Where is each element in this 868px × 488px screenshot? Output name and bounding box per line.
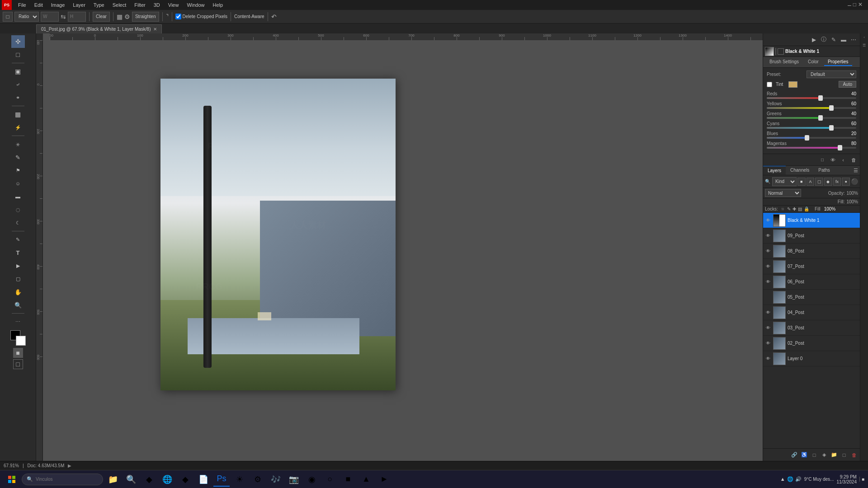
layer-item[interactable]: 👁 02_Post	[763, 336, 860, 351]
menu-3d[interactable]: 3D	[150, 1, 164, 9]
eyedropper-tool[interactable]: ⚡	[11, 121, 25, 134]
menu-view[interactable]: View	[165, 1, 183, 9]
taskbar-app5[interactable]: ☀	[231, 472, 248, 487]
layers-menu-btn[interactable]: ☰	[854, 168, 858, 174]
properties-tab[interactable]: Properties	[824, 58, 852, 66]
layer-item[interactable]: 👁 04_Post	[763, 305, 860, 320]
settings-icon[interactable]: ⚙	[124, 13, 130, 20]
show-desktop-btn[interactable]: ■	[859, 477, 864, 482]
right-mini-icon-2[interactable]: ☰	[861, 43, 868, 50]
document-close-btn[interactable]: ✕	[153, 27, 157, 32]
taskbar-app8[interactable]: 📷	[286, 472, 302, 487]
right-mini-icon-1[interactable]: ‹	[861, 35, 868, 42]
mask-mode[interactable]: ■	[13, 348, 23, 358]
menu-file[interactable]: File	[14, 1, 30, 9]
panel-clip-btn[interactable]: □	[818, 155, 827, 164]
menu-layer[interactable]: Layer	[69, 1, 89, 9]
layer-item[interactable]: 👁 Black & White 1	[763, 213, 860, 228]
slider-track-yellows[interactable]	[767, 107, 856, 109]
layer-item[interactable]: 👁 09_Post	[763, 228, 860, 244]
slider-thumb-magentas[interactable]	[838, 145, 842, 150]
new-group-btn[interactable]: 📁	[830, 451, 838, 459]
shape-tool[interactable]: ▢	[11, 272, 25, 285]
slider-thumb-blues[interactable]	[805, 135, 809, 141]
taskbar-app3[interactable]: 📄	[195, 472, 212, 487]
layer-item[interactable]: 👁 03_Post	[763, 320, 860, 336]
restore-btn[interactable]: □	[853, 1, 856, 9]
new-fill-btn[interactable]: ◈	[820, 451, 828, 459]
marquee-tool[interactable]: ▣	[11, 65, 25, 78]
layer-visibility-toggle[interactable]: 👁	[765, 279, 771, 285]
healing-tool[interactable]: ⚹	[11, 138, 25, 150]
color-filter-btn[interactable]: ●	[842, 178, 850, 186]
taskbar-app9[interactable]: ◉	[304, 472, 320, 487]
layers-list[interactable]: 👁 Black & White 1 👁 09_Post 👁 08_Post 👁	[763, 213, 860, 448]
panel-brush-btn[interactable]: ✎	[829, 35, 838, 44]
tint-color-swatch[interactable]	[788, 81, 797, 88]
taskbar-app10[interactable]: ○	[322, 472, 338, 487]
taskbar-search[interactable]: 🔍	[22, 474, 103, 485]
preset-select[interactable]: Default	[807, 70, 856, 78]
taskbar-explorer[interactable]: 📁	[105, 472, 121, 487]
pen-tool[interactable]: ✎	[11, 233, 25, 246]
clear-button[interactable]: Clear	[93, 12, 110, 22]
layer-visibility-toggle[interactable]: 👁	[765, 248, 771, 254]
layer-item[interactable]: 05_Post	[763, 290, 860, 305]
panel-gradient-btn[interactable]: ▬	[839, 35, 848, 44]
filter-toggle-btn[interactable]: ⚫	[851, 178, 858, 185]
quick-select-tool[interactable]: ⚭	[11, 91, 25, 104]
new-layer-btn[interactable]: □	[840, 451, 848, 459]
lock-image-icon[interactable]: ✎	[787, 206, 791, 211]
taskbar-search-app[interactable]: 🔍	[123, 472, 139, 487]
slider-track-reds[interactable]	[767, 97, 856, 99]
width-input[interactable]	[41, 12, 59, 22]
layer-visibility-toggle[interactable]: 👁	[765, 340, 771, 347]
lock-transparency-icon[interactable]: ◾	[780, 206, 785, 211]
dodge-tool[interactable]: ☾	[11, 216, 25, 229]
auto-button[interactable]: Auto	[839, 81, 856, 88]
taskbar-cortana[interactable]: ◆	[141, 472, 157, 487]
slider-track-magentas[interactable]	[767, 147, 856, 149]
color-tab[interactable]: Color	[804, 58, 822, 66]
layer-item[interactable]: 👁 07_Post	[763, 259, 860, 274]
mask-icon[interactable]	[778, 48, 784, 55]
taskbar-app1[interactable]: 🌐	[159, 472, 175, 487]
menu-help[interactable]: Help	[209, 1, 227, 9]
panel-trash-btn[interactable]: 🗑	[849, 155, 858, 164]
layer-visibility-toggle[interactable]: 👁	[765, 217, 771, 224]
taskbar-app2[interactable]: ◆	[177, 472, 193, 487]
slider-track-cyans[interactable]	[767, 127, 856, 129]
shape-filter-btn[interactable]: ▢	[815, 178, 823, 186]
type-tool[interactable]: T	[11, 246, 25, 259]
eraser-tool[interactable]: ☺	[11, 177, 25, 190]
taskbar-photoshop[interactable]: Ps	[213, 472, 230, 487]
effect-filter-btn[interactable]: fx	[833, 178, 841, 186]
slider-thumb-reds[interactable]	[818, 95, 823, 101]
menu-filter[interactable]: Filter	[131, 1, 149, 9]
layer-visibility-toggle[interactable]: 👁	[765, 233, 771, 239]
taskbar-app7[interactable]: 🎶	[268, 472, 284, 487]
taskbar-app6[interactable]: ⚙	[250, 472, 266, 487]
delete-cropped-checkbox[interactable]	[175, 14, 181, 19]
status-arrow[interactable]: ▶	[68, 463, 71, 468]
lasso-tool[interactable]: ⤶	[11, 78, 25, 91]
layer-visibility-toggle[interactable]: 👁	[765, 263, 771, 270]
opacity-value[interactable]: 100%	[846, 191, 858, 196]
slider-thumb-cyans[interactable]	[829, 125, 834, 131]
panel-info-btn[interactable]: ⓘ	[819, 35, 828, 44]
brush-tool[interactable]: ✎	[11, 151, 25, 164]
lock-all-icon[interactable]: 🔒	[804, 206, 809, 211]
menu-window[interactable]: Window	[183, 1, 208, 9]
layer-visibility-toggle[interactable]: 👁	[765, 356, 771, 362]
menu-type[interactable]: Type	[90, 1, 108, 9]
extra-tools[interactable]: ⋯	[11, 315, 25, 328]
channels-tab[interactable]: Channels	[786, 166, 814, 175]
crop-tool-icon[interactable]: □	[3, 12, 13, 22]
slider-thumb-yellows[interactable]	[829, 105, 834, 111]
move-tool[interactable]: ✜	[11, 35, 25, 48]
smart-filter-btn[interactable]: ◆	[824, 178, 832, 186]
brush-settings-tab[interactable]: Brush Settings	[766, 58, 802, 66]
tint-checkbox[interactable]	[767, 82, 772, 87]
panel-play-btn[interactable]: ▶	[809, 35, 818, 44]
layer-item[interactable]: 👁 Layer 0	[763, 351, 860, 366]
